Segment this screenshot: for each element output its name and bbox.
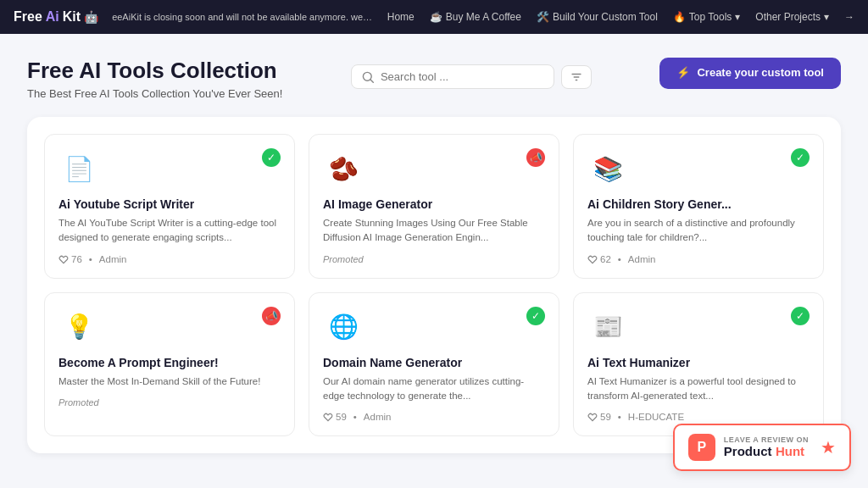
card-icon-area-6: 📰 ✓ bbox=[587, 307, 810, 347]
nav-home[interactable]: Home bbox=[387, 11, 415, 23]
coffee-icon: ☕ bbox=[430, 11, 442, 23]
filter-button[interactable] bbox=[561, 65, 592, 89]
ph-star-icon: ★ bbox=[821, 437, 836, 458]
card-footer-3: 62 • Admin bbox=[587, 254, 810, 264]
product-hunt-logo: P bbox=[688, 434, 715, 461]
promoted-badge-4: 📣 bbox=[262, 307, 281, 325]
tools-collection: 📄 ✓ Ai Youtube Script Writer The AI YouT… bbox=[27, 117, 841, 453]
chevron-down-icon: ▾ bbox=[735, 11, 740, 23]
like-count: 62 bbox=[587, 254, 611, 264]
tool-title: AI Image Generator bbox=[323, 197, 545, 211]
card-icon-area: 📄 ✓ bbox=[58, 148, 281, 189]
ph-leave-label: LEAVE A REVIEW ON bbox=[724, 435, 809, 444]
verified-badge-5: ✓ bbox=[526, 307, 545, 325]
product-hunt-widget[interactable]: P LEAVE A REVIEW ON Product Hunt ★ bbox=[673, 424, 851, 471]
nav-other-projects[interactable]: Other Projects ▾ bbox=[755, 11, 829, 23]
tool-icon-prompt: 💡 bbox=[58, 307, 99, 347]
tool-card-youtube-script[interactable]: 📄 ✓ Ai Youtube Script Writer The AI YouT… bbox=[44, 134, 295, 279]
tool-author: Admin bbox=[99, 254, 127, 264]
ph-title-row: Product Hunt bbox=[724, 444, 809, 459]
tool-description: Master the Most In-Demand Skill of the F… bbox=[58, 374, 281, 389]
card-footer-6: 59 • H-EDUCATE bbox=[587, 412, 810, 422]
tool-title: Become A Prompt Engineer! bbox=[58, 356, 281, 369]
brand-ai: Ai bbox=[46, 9, 59, 25]
nav-coffee[interactable]: ☕ Buy Me A Coffee bbox=[430, 11, 521, 23]
header-row: Free AI Tools Collection The Best Free A… bbox=[27, 58, 841, 100]
card-icon-area-4: 💡 📣 bbox=[58, 307, 281, 347]
tool-description: Our AI domain name generator utilizes cu… bbox=[323, 374, 545, 404]
verified-badge-6: ✓ bbox=[791, 307, 810, 325]
promoted-label: Promoted bbox=[323, 254, 364, 264]
chevron-down-icon-2: ▾ bbox=[824, 11, 829, 23]
promoted-badge: 📣 bbox=[526, 148, 545, 167]
ph-title-product: Product bbox=[724, 444, 772, 458]
search-container bbox=[351, 64, 554, 89]
tool-card-prompt-engineer[interactable]: 💡 📣 Become A Prompt Engineer! Master the… bbox=[44, 292, 295, 437]
main-content: Free AI Tools Collection The Best Free A… bbox=[0, 34, 868, 470]
verified-badge-3: ✓ bbox=[791, 148, 810, 167]
heart-icon bbox=[587, 254, 598, 264]
bolt-icon: ⚡ bbox=[676, 66, 690, 80]
tool-title: Ai Youtube Script Writer bbox=[58, 197, 281, 211]
svg-line-1 bbox=[370, 79, 374, 82]
search-icon bbox=[362, 71, 374, 83]
brand-icon: 🤖 bbox=[84, 10, 98, 24]
card-icon-area-2: 🫘 📣 bbox=[323, 148, 545, 189]
tool-card-text-humanizer[interactable]: 📰 ✓ Ai Text Humanizer AI Text Humanizer … bbox=[573, 292, 824, 437]
tool-icon-story: 📚 bbox=[587, 148, 628, 189]
login-icon: → bbox=[844, 11, 854, 23]
brand-logo[interactable]: FreeAiKit 🤖 bbox=[14, 9, 98, 25]
page-title: Free AI Tools Collection bbox=[27, 58, 282, 84]
ph-title-hunt: Hunt bbox=[776, 444, 804, 458]
tool-icon-image: 🫘 bbox=[323, 148, 364, 189]
tool-description: The AI YouTube Script Writer is a cuttin… bbox=[58, 216, 281, 246]
tool-card-domain-name[interactable]: 🌐 ✓ Domain Name Generator Our AI domain … bbox=[309, 292, 559, 437]
verified-badge: ✓ bbox=[262, 148, 281, 167]
create-custom-tool-button[interactable]: ⚡ Create your custom tool bbox=[659, 58, 841, 89]
product-hunt-text: LEAVE A REVIEW ON Product Hunt bbox=[724, 435, 809, 459]
tool-icon-domain: 🌐 bbox=[323, 307, 364, 347]
tool-title: Ai Children Story Gener... bbox=[587, 197, 810, 211]
tool-card-image-generator[interactable]: 🫘 📣 AI Image Generator Create Stunning I… bbox=[309, 134, 559, 279]
tool-description: AI Text Humanizer is a powerful tool des… bbox=[587, 374, 810, 404]
search-area bbox=[351, 64, 592, 89]
card-footer-2: Promoted bbox=[323, 254, 545, 264]
heart-icon bbox=[58, 254, 69, 264]
page-header: Free AI Tools Collection The Best Free A… bbox=[27, 58, 282, 100]
tool-icon-humanizer: 📰 bbox=[587, 307, 628, 347]
page-subtitle: The Best Free AI Tools Collection You've… bbox=[27, 87, 282, 100]
nav-custom-tool[interactable]: 🛠️ Build Your Custom Tool bbox=[537, 11, 658, 23]
tool-description: Create Stunning Images Using Our Free St… bbox=[323, 216, 545, 246]
tool-icon: 🛠️ bbox=[537, 11, 549, 23]
tool-title: Domain Name Generator bbox=[323, 356, 545, 369]
tool-author: Admin bbox=[628, 254, 656, 264]
brand-free: Free bbox=[14, 9, 42, 25]
brand-kit: Kit bbox=[63, 9, 81, 25]
tools-grid: 📄 ✓ Ai Youtube Script Writer The AI YouT… bbox=[44, 134, 824, 436]
heart-icon bbox=[323, 412, 333, 422]
promoted-label-4: Promoted bbox=[58, 397, 99, 408]
tool-author: Admin bbox=[364, 412, 392, 422]
card-footer-4: Promoted bbox=[58, 397, 281, 408]
card-icon-area-5: 🌐 ✓ bbox=[323, 307, 545, 347]
heart-icon bbox=[587, 412, 598, 422]
tool-description: Are you in search of a distinctive and p… bbox=[587, 216, 810, 246]
like-count: 59 bbox=[323, 412, 347, 422]
tool-icon-youtube: 📄 bbox=[58, 148, 99, 189]
fire-icon: 🔥 bbox=[673, 11, 686, 23]
like-count: 76 bbox=[58, 254, 82, 264]
tool-author: H-EDUCATE bbox=[628, 412, 684, 422]
nav-login[interactable]: → bbox=[844, 11, 854, 23]
announcement-banner: eeAiKit is closing soon and will not be … bbox=[112, 12, 374, 22]
like-count: 59 bbox=[587, 412, 611, 422]
filter-icon bbox=[570, 71, 582, 83]
card-icon-area-3: 📚 ✓ bbox=[587, 148, 810, 189]
card-footer: 76 • Admin bbox=[58, 254, 281, 264]
nav-links: Home ☕ Buy Me A Coffee 🛠️ Build Your Cus… bbox=[387, 11, 854, 23]
search-input[interactable] bbox=[381, 70, 533, 83]
card-footer-5: 59 • Admin bbox=[323, 412, 545, 422]
top-navigation: FreeAiKit 🤖 eeAiKit is closing soon and … bbox=[0, 0, 868, 34]
nav-top-tools[interactable]: 🔥 Top Tools ▾ bbox=[673, 11, 740, 23]
tool-title: Ai Text Humanizer bbox=[587, 356, 810, 369]
tool-card-children-story[interactable]: 📚 ✓ Ai Children Story Gener... Are you i… bbox=[573, 134, 824, 279]
